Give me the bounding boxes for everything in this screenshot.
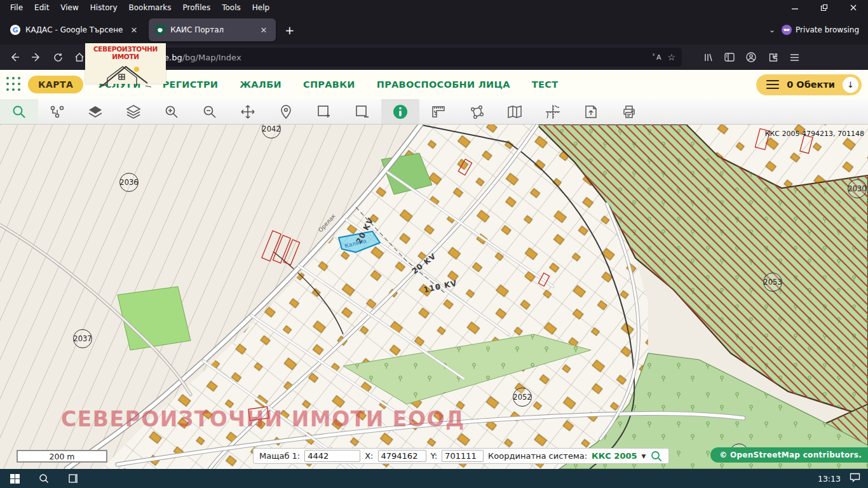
zone-label-2053: 2053	[763, 273, 782, 292]
private-mask-icon	[782, 25, 792, 35]
objects-menu-icon	[766, 80, 779, 90]
window-controls	[780, 0, 868, 15]
agency-logo-overlay: СЕВЕРОИЗТОЧНИ ИМОТИ	[85, 43, 166, 84]
kais-favicon	[155, 25, 165, 35]
reload-icon[interactable]	[48, 48, 67, 66]
sidebar-toggle-icon[interactable]	[720, 48, 739, 66]
library-icon[interactable]	[698, 48, 717, 66]
search-tool[interactable]	[0, 99, 38, 124]
nav-karta-active[interactable]: КАРТА	[28, 76, 83, 93]
menu-tools[interactable]: Tools	[217, 1, 246, 14]
map-toolbar	[0, 99, 868, 125]
translate-icon[interactable]: ᵡA	[653, 51, 663, 64]
taskbar-clock[interactable]: 13:13	[818, 474, 841, 484]
bookmark-star-icon[interactable]: ☆	[667, 52, 675, 62]
scale-input[interactable]	[304, 450, 360, 462]
tab-bar: G КАДАС - Google Търсене ✕ КАИС Портал ✕…	[0, 15, 868, 44]
restore-button[interactable]	[810, 0, 839, 15]
zoom-out-tool[interactable]	[191, 99, 229, 124]
crs-value[interactable]: ККС 2005	[592, 451, 637, 461]
back-icon[interactable]	[5, 48, 24, 66]
tab-title: КАДАС - Google Търсене	[25, 25, 123, 34]
export-tool[interactable]	[572, 99, 610, 124]
watermark: СЕВЕРОИЗТОЧНИ ИМОТИ ЕООД	[61, 407, 465, 431]
taskbar-search-icon[interactable]	[29, 469, 58, 488]
select-add-tool[interactable]	[305, 99, 343, 124]
account-icon[interactable]	[742, 48, 761, 66]
tab-close-icon[interactable]: ✕	[128, 24, 140, 36]
y-coordinate-input[interactable]	[442, 450, 484, 462]
menu-file[interactable]: File	[5, 1, 28, 14]
objects-expand-icon[interactable]: ↓	[843, 77, 858, 93]
objects-count-label: 0 Обекти	[787, 79, 835, 90]
print-tool[interactable]	[610, 99, 648, 124]
zone-label-2052: 2052	[513, 388, 532, 407]
map-status-bar: Мащаб 1: X: Y: Координатна система: ККС …	[253, 448, 669, 464]
select-by-graph-tool[interactable]	[38, 99, 76, 124]
minimize-button[interactable]	[780, 0, 810, 15]
windows-taskbar: 13:13	[0, 469, 868, 488]
task-view-icon[interactable]	[58, 469, 88, 488]
close-window-button[interactable]	[839, 0, 868, 15]
tab-kais-portal[interactable]: КАИС Портал ✕	[149, 18, 276, 41]
nav-pravosposobni-litsa[interactable]: ПРАВОСПОСОБНИ ЛИЦА	[377, 79, 510, 90]
y-label: Y:	[431, 451, 438, 461]
nav-spravki[interactable]: СПРАВКИ	[303, 79, 355, 90]
menu-view[interactable]: View	[55, 1, 83, 14]
scale-label: Мащаб 1:	[259, 451, 300, 461]
house-icon	[91, 60, 161, 90]
start-button[interactable]	[0, 469, 29, 488]
tab-list-chevron-icon[interactable]: ⌄	[769, 25, 775, 34]
url-address-field[interactable]: kais.cadastre.bg/bg/Map/Index ᵡA ☆	[94, 48, 682, 67]
layers-list-tool[interactable]	[114, 99, 153, 124]
menu-history[interactable]: History	[85, 1, 123, 14]
app-menu-icon[interactable]	[785, 48, 804, 66]
cursor-coordinates-label: ККС 2005 4794213, 701148	[765, 130, 864, 138]
nav-registri[interactable]: РЕГИСТРИ	[163, 79, 219, 90]
location-pin-tool[interactable]	[267, 99, 305, 124]
extensions-icon[interactable]	[763, 48, 782, 66]
tab-title: КАИС Портал	[170, 25, 252, 34]
zoom-in-tool[interactable]	[153, 99, 191, 124]
menu-edit[interactable]: Edit	[29, 1, 54, 14]
info-tool-active[interactable]	[381, 99, 419, 124]
pan-tool[interactable]	[229, 99, 267, 124]
crs-label: Координатна система:	[488, 451, 587, 461]
apps-grid-icon[interactable]	[6, 77, 22, 92]
map-sheets-tool[interactable]	[496, 99, 534, 124]
select-remove-tool[interactable]	[343, 99, 381, 124]
osm-attribution[interactable]: © OpenStreetMap contributors.	[710, 447, 868, 463]
new-tab-button[interactable]: +	[278, 22, 301, 38]
google-favicon: G	[10, 25, 20, 35]
private-browsing-indicator: Private browsing	[782, 25, 859, 35]
tab-close-icon[interactable]: ✕	[257, 24, 269, 36]
objects-button[interactable]: 0 Обекти ↓	[756, 74, 862, 95]
measure-length-tool[interactable]	[419, 99, 458, 124]
forward-icon[interactable]	[27, 48, 46, 66]
x-label: X:	[365, 451, 373, 461]
zone-label-2036: 2036	[119, 173, 139, 192]
measure-area-tool[interactable]	[458, 99, 496, 124]
menu-help[interactable]: Help	[247, 1, 275, 14]
tab-google-search[interactable]: G КАДАС - Google Търсене ✕	[4, 18, 146, 41]
base-layers-tool[interactable]	[76, 99, 114, 124]
menu-bookmarks[interactable]: Bookmarks	[124, 1, 177, 14]
cadastral-map[interactable]: 2042 2036 2037 2030 2053 2052 2028 20 KV…	[0, 125, 868, 469]
svg-text:ᵡ: ᵡ	[653, 52, 655, 58]
private-browsing-label: Private browsing	[796, 25, 859, 34]
notification-center-icon[interactable]	[850, 473, 860, 485]
nav-zhalbi[interactable]: ЖАЛБИ	[240, 79, 281, 90]
agency-logo-text: СЕВЕРОИЗТОЧНИ ИМОТИ	[85, 43, 166, 60]
zone-label-2037: 2037	[73, 329, 92, 348]
coordinates-tool[interactable]	[534, 99, 572, 124]
browser-menubar: File Edit View History Bookmarks Profile…	[0, 0, 868, 15]
crs-dropdown-icon[interactable]: ▼	[642, 453, 646, 459]
svg-text:A: A	[656, 53, 661, 61]
nav-test[interactable]: ТЕСТ	[532, 79, 559, 90]
scale-bar: 200 m	[17, 450, 107, 463]
zone-label-2030: 2030	[848, 179, 867, 198]
x-coordinate-input[interactable]	[378, 450, 426, 462]
menu-profiles[interactable]: Profiles	[178, 1, 216, 14]
goto-coordinates-icon[interactable]	[650, 450, 663, 463]
